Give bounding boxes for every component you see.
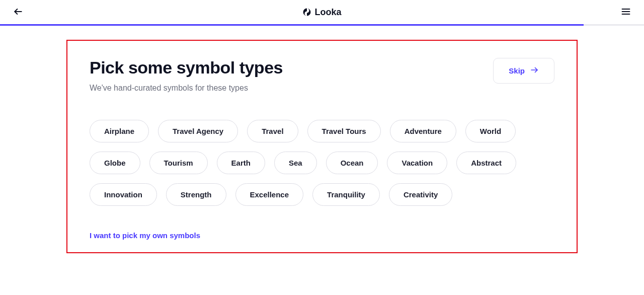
arrow-left-icon <box>13 7 23 18</box>
chip-earth[interactable]: Earth <box>217 152 265 174</box>
chip-adventure[interactable]: Adventure <box>390 120 456 142</box>
chip-sea[interactable]: Sea <box>274 152 317 174</box>
arrow-right-icon <box>530 65 539 76</box>
chip-excellence[interactable]: Excellence <box>235 183 304 206</box>
chip-innovation[interactable]: Innovation <box>90 183 157 206</box>
page-title: Pick some symbol types <box>90 58 283 78</box>
chip-globe[interactable]: Globe <box>90 152 140 174</box>
brand-logo: Looka <box>302 7 341 18</box>
hamburger-icon <box>621 7 631 18</box>
back-button[interactable] <box>10 4 26 21</box>
chip-creativity[interactable]: Creativity <box>389 183 452 206</box>
chip-world[interactable]: World <box>465 120 516 142</box>
chip-airplane[interactable]: Airplane <box>90 120 149 142</box>
looka-logo-icon <box>302 8 311 17</box>
menu-button[interactable] <box>618 4 634 21</box>
chip-abstract[interactable]: Abstract <box>456 152 516 174</box>
chip-travel-agency[interactable]: Travel Agency <box>158 120 238 142</box>
app-header: Looka <box>0 0 644 24</box>
page-subtitle: We've hand-curated symbols for these typ… <box>90 84 283 93</box>
skip-button[interactable]: Skip <box>493 58 554 84</box>
chip-strength[interactable]: Strength <box>166 183 226 206</box>
pick-own-symbols-link[interactable]: I want to pick my own symbols <box>90 231 200 240</box>
brand-name: Looka <box>314 7 341 18</box>
symbol-types-card: Pick some symbol types We've hand-curate… <box>66 40 578 253</box>
chip-travel[interactable]: Travel <box>247 120 298 142</box>
skip-label: Skip <box>509 66 525 75</box>
chip-tourism[interactable]: Tourism <box>149 152 208 174</box>
symbol-type-chips: Airplane Travel Agency Travel Travel Tou… <box>90 120 554 206</box>
chip-tranquility[interactable]: Tranquility <box>312 183 380 206</box>
chip-ocean[interactable]: Ocean <box>326 152 378 174</box>
chip-travel-tours[interactable]: Travel Tours <box>307 120 381 142</box>
chip-vacation[interactable]: Vacation <box>387 152 447 174</box>
